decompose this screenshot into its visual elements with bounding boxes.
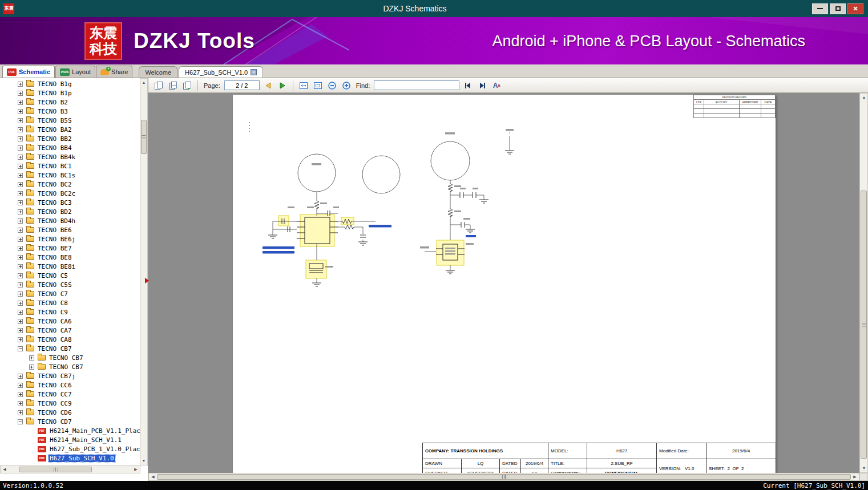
expand-toggle-icon[interactable]	[18, 200, 23, 205]
tree-item[interactable]: TECNO CC6	[0, 380, 140, 390]
tree-item[interactable]: TECNO C5S	[0, 280, 140, 289]
expand-toggle-icon[interactable]	[18, 392, 23, 397]
expand-toggle-icon[interactable]	[18, 109, 23, 114]
expand-toggle-icon[interactable]	[18, 191, 23, 196]
tree-item[interactable]: TECNO BC2c	[0, 189, 140, 198]
tree-item[interactable]: H6214_Main_SCH_V1.1	[0, 435, 140, 444]
expand-toggle-icon[interactable]	[18, 346, 23, 351]
tree-item[interactable]: TECNO C8	[0, 298, 140, 307]
viewer-horizontal-scrollbar[interactable]: ◀ ▶	[148, 473, 859, 481]
tab-share[interactable]: Share	[96, 66, 132, 78]
tree-item[interactable]: TECNO CD7	[0, 417, 140, 426]
expand-toggle-icon[interactable]	[18, 374, 23, 379]
scroll-down-icon[interactable]: ▼	[140, 457, 147, 464]
expand-toggle-icon[interactable]	[18, 264, 23, 269]
scroll-left-icon[interactable]: ◀	[150, 473, 156, 480]
tree-item[interactable]: TECNO BE6j	[0, 234, 140, 244]
tree-item[interactable]: TECNO BE6	[0, 225, 140, 234]
close-button[interactable]: ✕	[847, 3, 863, 14]
tree-item[interactable]: TECNO CB7	[0, 344, 140, 353]
expand-toggle-icon[interactable]	[18, 145, 23, 151]
expand-toggle-icon[interactable]	[18, 337, 23, 342]
tree-item[interactable]: TECNO B3	[0, 107, 140, 116]
next-page-icon[interactable]	[277, 80, 288, 91]
sidebar-collapse-arrow[interactable]	[145, 278, 149, 284]
pdf-viewer[interactable]: REVISION RECORD LTR ECO NO: APPROVED DAT…	[148, 93, 868, 481]
expand-toggle-icon[interactable]	[29, 365, 34, 370]
scroll-right-icon[interactable]: ▶	[851, 473, 858, 480]
scrollbar-thumb[interactable]	[157, 474, 851, 480]
tree-item[interactable]: H627_Sub_SCH_V1.0	[0, 453, 140, 463]
tree-item[interactable]: TECNO BC1s	[0, 171, 140, 180]
expand-toggle-icon[interactable]	[18, 246, 23, 251]
tree-item[interactable]: TECNO CD6	[0, 408, 140, 417]
tree-item[interactable]: TECNO C5	[0, 271, 140, 280]
scrollbar-thumb[interactable]	[19, 467, 92, 472]
expand-toggle-icon[interactable]	[18, 255, 23, 260]
zoom-in-icon[interactable]	[341, 80, 352, 91]
tree-item[interactable]: TECNO CA7	[0, 326, 140, 335]
tree-item[interactable]: TECNO BE8i	[0, 262, 140, 271]
scroll-left-icon[interactable]: ◀	[1, 466, 8, 473]
expand-toggle-icon[interactable]	[18, 91, 23, 96]
expand-toggle-icon[interactable]	[18, 310, 23, 315]
tree-item[interactable]: TECNO BD4h	[0, 216, 140, 225]
fit-width-icon[interactable]	[298, 80, 309, 91]
expand-toggle-icon[interactable]	[18, 273, 23, 278]
expand-toggle-icon[interactable]	[18, 136, 23, 141]
page-cascade-icon[interactable]	[167, 80, 179, 91]
tree-item[interactable]: TECNO CC7	[0, 390, 140, 399]
maximize-button[interactable]	[830, 3, 846, 14]
expand-toggle-icon[interactable]	[18, 328, 23, 333]
expand-toggle-icon[interactable]	[18, 301, 23, 306]
page-input[interactable]	[224, 80, 260, 90]
tree-item[interactable]: TECNO CC9	[0, 399, 140, 408]
text-size-icon[interactable]: Aa	[491, 80, 502, 91]
expand-toggle-icon[interactable]	[18, 118, 23, 123]
scroll-up-icon[interactable]: ▲	[140, 79, 147, 86]
tree-item[interactable]: TECNO BB4	[0, 143, 140, 152]
document-tab[interactable]: Welcome ✕	[139, 66, 177, 78]
tree-item[interactable]: TECNO B2	[0, 98, 140, 107]
tree-item[interactable]: TECNO BA2	[0, 125, 140, 134]
expand-toggle-icon[interactable]	[18, 319, 23, 324]
sidebar-vertical-scrollbar[interactable]: ▲ ▼	[140, 78, 148, 465]
expand-toggle-icon[interactable]	[18, 282, 23, 287]
tree-item[interactable]: TECNO CA6	[0, 317, 140, 326]
tree-item[interactable]: TECNO CB7	[0, 353, 140, 362]
scroll-down-icon[interactable]: ▼	[861, 465, 867, 472]
expand-toggle-icon[interactable]	[18, 155, 23, 160]
scroll-right-icon[interactable]: ▶	[132, 466, 139, 473]
tree-item[interactable]: TECNO C7	[0, 289, 140, 298]
expand-toggle-icon[interactable]	[18, 383, 23, 388]
tree-item[interactable]: H627_Sub_PCB_1_V1.0_Plac	[0, 444, 140, 453]
tree-item[interactable]: TECNO B5S	[0, 116, 140, 125]
tree-item[interactable]: TECNO C9	[0, 307, 140, 317]
minimize-button[interactable]	[812, 3, 828, 14]
close-tab-icon[interactable]: ✕	[251, 69, 257, 75]
tree-item[interactable]: TECNO CB7	[0, 362, 140, 371]
tree-item[interactable]: TECNO BD2	[0, 207, 140, 216]
find-input[interactable]	[374, 80, 459, 90]
tree-item[interactable]: TECNO BB2	[0, 134, 140, 143]
tab-layout[interactable]: PADS Layout	[55, 66, 95, 78]
page-copy-icon[interactable]	[153, 80, 164, 91]
expand-toggle-icon[interactable]	[18, 419, 23, 424]
find-next-icon[interactable]	[477, 80, 488, 91]
previous-page-icon[interactable]	[263, 80, 274, 91]
expand-toggle-icon[interactable]	[18, 100, 23, 105]
tree-item[interactable]: H6214_Main_PCB_V1.1_Plac	[0, 426, 140, 435]
expand-toggle-icon[interactable]	[18, 291, 23, 297]
tab-schematic[interactable]: PDF Schematic	[2, 66, 55, 78]
page-paste-icon[interactable]	[181, 80, 193, 91]
tree-item[interactable]: TECNO B1g	[0, 79, 140, 88]
find-previous-icon[interactable]	[462, 80, 474, 91]
tree-item[interactable]: TECNO BB4k	[0, 152, 140, 161]
tree-item[interactable]: TECNO BE8	[0, 253, 140, 262]
expand-toggle-icon[interactable]	[29, 355, 34, 361]
sidebar-horizontal-scrollbar[interactable]: ◀ ▶	[0, 465, 140, 473]
tree-item[interactable]: TECNO CA8	[0, 335, 140, 344]
expand-toggle-icon[interactable]	[18, 173, 23, 178]
scroll-up-icon[interactable]: ▲	[861, 94, 867, 101]
tree-item[interactable]: TECNO BE7	[0, 244, 140, 253]
